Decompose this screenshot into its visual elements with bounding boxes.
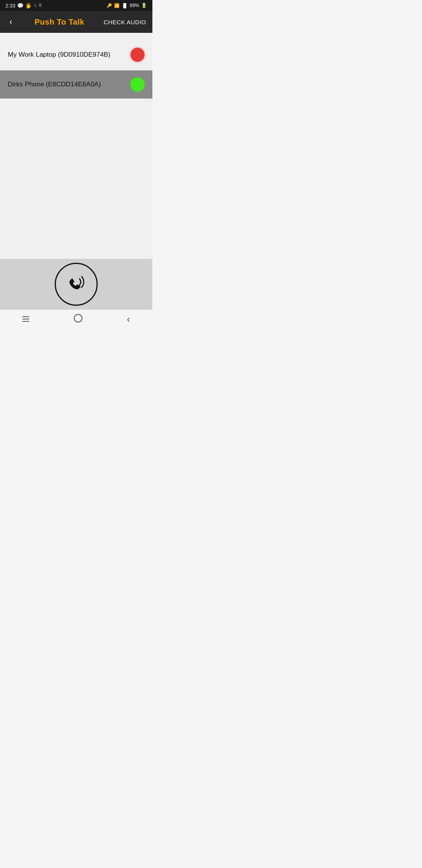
hands2-icon: ☟ <box>34 3 37 9</box>
status-bar: 2:33 💬 🖐 ☟ ⠿ 🔑 📶 ▐▌ 89% 🔋 <box>0 0 152 11</box>
android-back-icon <box>127 314 130 325</box>
battery-icon: 🔋 <box>141 3 147 8</box>
device-name-phone: Dirks Phone (E8CDD14E8A0A) <box>8 81 101 88</box>
status-time: 2:33 💬 🖐 ☟ ⠿ <box>5 3 42 9</box>
device-name-laptop: My Work Laptop (9D0910DE974B) <box>8 51 110 59</box>
back-button[interactable]: ‹ <box>6 14 15 30</box>
device-item-laptop[interactable]: My Work Laptop (9D0910DE974B) <box>0 41 152 69</box>
status-right: 🔑 📶 ▐▌ 89% 🔋 <box>107 3 147 8</box>
home-button[interactable] <box>64 312 92 326</box>
home-icon <box>74 314 82 325</box>
dots-icon: ⠿ <box>39 3 42 8</box>
status-indicator-laptop <box>131 48 145 62</box>
device-item-phone[interactable]: Dirks Phone (E8CDD14E8A0A) <box>0 70 152 99</box>
wifi-icon: 📶 <box>114 3 120 8</box>
hands-icon: 🖐 <box>25 3 32 9</box>
android-nav-bar <box>0 310 152 330</box>
nav-bar: ‹ Push To Talk CHECK AUDIO <box>0 11 152 33</box>
android-back-button[interactable] <box>117 312 139 326</box>
recents-button[interactable] <box>13 315 39 323</box>
signal-icon: ▐▌ <box>122 3 128 8</box>
phone-wave-icon <box>63 271 90 298</box>
page-title: Push To Talk <box>34 18 84 27</box>
status-indicator-phone <box>131 77 145 91</box>
battery-text: 89% <box>130 3 139 8</box>
device-list: My Work Laptop (9D0910DE974B) Dirks Phon… <box>0 33 152 259</box>
time-display: 2:33 <box>5 3 15 9</box>
ptt-area <box>0 259 152 310</box>
message-icon: 💬 <box>17 3 23 9</box>
key-icon: 🔑 <box>107 3 112 8</box>
recents-icon <box>22 316 29 322</box>
check-audio-button[interactable]: CHECK AUDIO <box>104 19 146 25</box>
ptt-button[interactable] <box>55 263 98 306</box>
